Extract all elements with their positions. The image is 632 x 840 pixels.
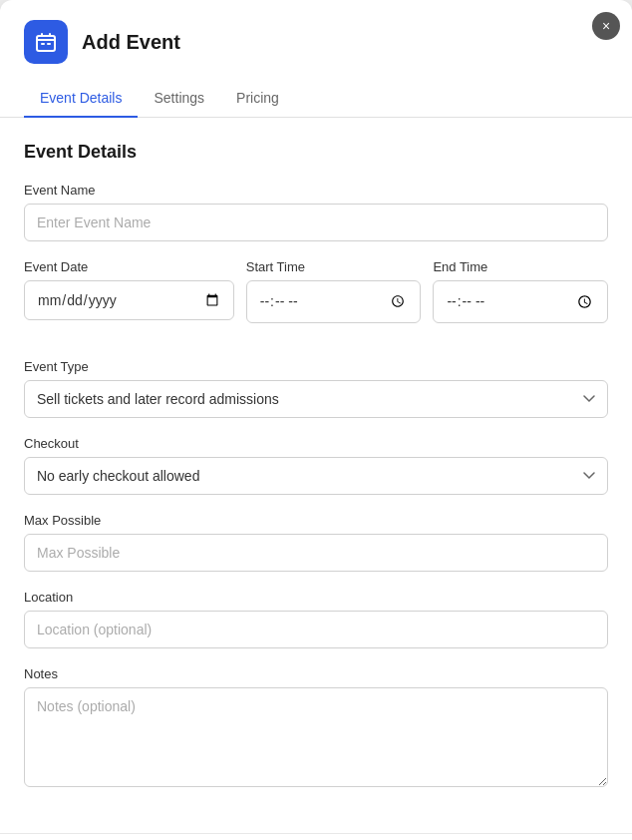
notes-label: Notes xyxy=(24,666,608,681)
close-icon: × xyxy=(602,18,610,34)
location-input[interactable] xyxy=(24,611,608,648)
tab-bar: Event Details Settings Pricing xyxy=(0,80,632,118)
modal: × Add Event Event Details Settings Prici… xyxy=(0,0,632,840)
svg-rect-0 xyxy=(37,36,55,51)
tab-event-details[interactable]: Event Details xyxy=(24,80,138,118)
tab-settings[interactable]: Settings xyxy=(138,80,220,118)
end-time-group: End Time xyxy=(433,259,608,323)
notes-textarea[interactable] xyxy=(24,687,608,787)
end-time-label: End Time xyxy=(433,259,608,274)
start-time-group: Start Time xyxy=(246,259,422,323)
app-icon xyxy=(24,20,68,64)
event-type-select[interactable]: Sell tickets and later record admissions… xyxy=(24,380,608,418)
start-time-input[interactable] xyxy=(246,280,422,323)
start-time-label: Start Time xyxy=(246,259,422,274)
checkout-group: Checkout No early checkout allowed Allow… xyxy=(24,436,608,495)
form-content: Event Details Event Name Event Date Star… xyxy=(0,118,632,833)
event-name-input[interactable] xyxy=(24,204,608,241)
end-time-input[interactable] xyxy=(433,280,608,323)
checkout-select[interactable]: No early checkout allowed Allow early ch… xyxy=(24,457,608,495)
event-date-label: Event Date xyxy=(24,259,234,274)
modal-header: Add Event xyxy=(0,0,632,80)
event-name-group: Event Name xyxy=(24,183,608,241)
modal-footer: Cancel Next xyxy=(0,833,632,840)
date-time-row: Event Date Start Time End Time xyxy=(24,259,608,341)
event-name-label: Event Name xyxy=(24,183,608,198)
event-date-group: Event Date xyxy=(24,259,234,323)
tab-pricing[interactable]: Pricing xyxy=(220,80,295,118)
max-possible-group: Max Possible xyxy=(24,513,608,572)
section-title: Event Details xyxy=(24,142,608,163)
modal-title: Add Event xyxy=(82,31,180,54)
location-group: Location xyxy=(24,590,608,648)
location-label: Location xyxy=(24,590,608,605)
event-type-group: Event Type Sell tickets and later record… xyxy=(24,359,608,418)
notes-group: Notes xyxy=(24,666,608,791)
checkout-label: Checkout xyxy=(24,436,608,451)
max-possible-label: Max Possible xyxy=(24,513,608,528)
close-button[interactable]: × xyxy=(592,12,620,40)
event-date-input[interactable] xyxy=(24,280,234,320)
max-possible-input[interactable] xyxy=(24,534,608,572)
event-type-label: Event Type xyxy=(24,359,608,374)
